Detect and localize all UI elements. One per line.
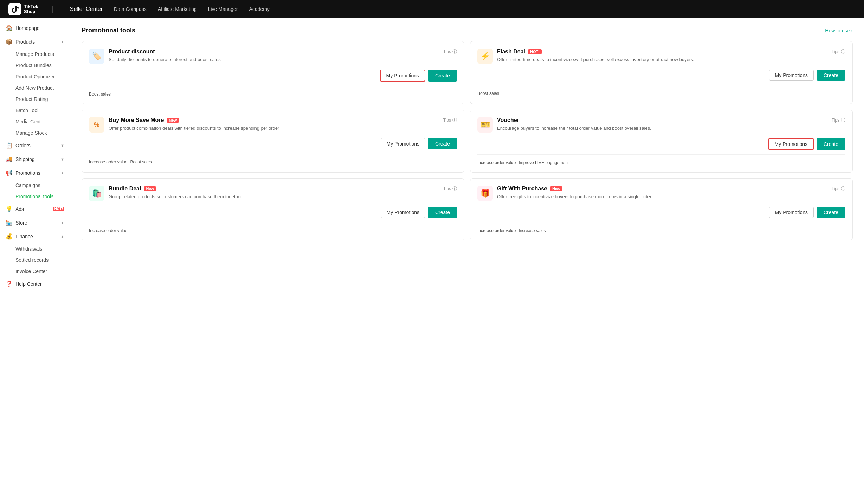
store-icon: 🏪 [6,219,13,226]
sidebar-product-optimizer[interactable]: Product Optimizer [15,71,70,82]
chevron-up-icon: ▲ [60,234,64,239]
sidebar-media-center[interactable]: Media Center [15,116,70,127]
nav-affiliate-marketing[interactable]: Affiliate Marketing [158,5,197,13]
sidebar-product-rating[interactable]: Product Rating [15,93,70,105]
logo-text: TikTok Shop [24,4,38,14]
my-promotions-button[interactable]: My Promotions [769,70,814,81]
create-button[interactable]: Create [817,207,845,218]
sidebar-item-homepage[interactable]: 🏠 Homepage [0,21,70,35]
card-header: 🛍️ Bundle Deal New Tips ⓘ [89,186,457,201]
card-tags: Boost sales [477,91,845,96]
sidebar-item-finance[interactable]: 💰 Finance ▲ [0,230,70,243]
card-bundle-deal: 🛍️ Bundle Deal New Tips ⓘ [82,178,464,240]
finance-icon: 💰 [6,233,13,240]
sidebar-batch-tool[interactable]: Batch Tool [15,105,70,116]
card-title-row: Buy More Save More New Tips ⓘ [109,117,457,123]
card-divider [477,154,845,155]
my-promotions-button[interactable]: My Promotions [380,70,425,82]
chevron-down-icon: ▼ [60,143,64,148]
card-title: Bundle Deal [109,186,141,192]
sidebar-item-store[interactable]: 🏪 Store ▼ [0,216,70,230]
my-promotions-button[interactable]: My Promotions [769,207,814,218]
content-area: Promotional tools How to use › 🏷️ Produc… [70,18,864,504]
card-description: Group related products so customers can … [109,193,457,200]
card-voucher: 🎫 Voucher Tips ⓘ Encourage buyers to in [470,110,853,173]
create-button[interactable]: Create [428,138,457,149]
card-description: Encourage buyers to increase their total… [497,125,845,132]
tips-label[interactable]: Tips ⓘ [832,186,845,192]
sidebar-label: Promotions [15,170,58,176]
create-button[interactable]: Create [428,70,457,82]
create-button[interactable]: Create [817,70,845,81]
sidebar-label: Store [15,220,58,226]
tips-label[interactable]: Tips ⓘ [443,186,457,192]
create-button[interactable]: Create [817,138,845,150]
tips-label[interactable]: Tips ⓘ [832,49,845,55]
ads-icon: 💡 [6,206,13,212]
my-promotions-button[interactable]: My Promotions [381,138,425,149]
sidebar-product-bundles[interactable]: Product Bundles [15,60,70,71]
buy-more-icon: % [89,117,104,133]
how-to-use-link[interactable]: How to use › [825,28,853,33]
card-header: % Buy More Save More New Tips ⓘ [89,117,457,133]
card-header: 🎁 Gift With Purchase New Tips ⓘ [477,186,845,201]
sidebar-withdrawals[interactable]: Withdrawals [15,243,70,254]
my-promotions-button[interactable]: My Promotions [381,207,425,218]
sidebar-manage-stock[interactable]: Manage Stock [15,127,70,138]
card-actions: My Promotions Create [477,138,845,150]
tag-increase-order: Increase order value [477,228,516,233]
card-title-row: Gift With Purchase New Tips ⓘ [497,186,845,192]
sidebar-item-shipping[interactable]: 🚚 Shipping ▼ [0,152,70,166]
card-title: Voucher [497,117,519,123]
hot-badge: HOT! [528,49,542,54]
new-badge: New [550,186,562,191]
sidebar-add-new-product[interactable]: Add New Product [15,82,70,93]
sidebar-promotional-tools[interactable]: Promotional tools [15,191,70,202]
card-divider [89,154,457,154]
chevron-down-icon: ▼ [60,157,64,161]
card-title-row: Voucher Tips ⓘ [497,117,845,123]
nav-data-compass[interactable]: Data Compass [114,5,147,13]
main-content: Promotional tools How to use › 🏷️ Produc… [70,18,864,504]
promotions-icon: 📢 [6,169,13,176]
tag-boost-sales: Boost sales [130,160,152,164]
sidebar-invoice-center[interactable]: Invoice Center [15,266,70,277]
card-divider [477,85,845,85]
tips-label[interactable]: Tips ⓘ [443,117,457,123]
logo-area[interactable]: TikTok Shop [8,3,38,15]
sidebar-campaigns[interactable]: Campaigns [15,180,70,191]
finance-submenu: Withdrawals Settled records Invoice Cent… [0,243,70,277]
tag-increase-sales: Increase sales [518,228,546,233]
sidebar-item-help[interactable]: ❓ Help Center [0,277,70,291]
chevron-up-icon: ▲ [60,171,64,175]
info-icon: ⓘ [452,117,457,123]
card-title: Flash Deal [497,49,525,55]
sidebar-label: Help Center [15,281,64,287]
card-tags: Boost sales [89,92,457,97]
sidebar-label: Orders [15,143,58,148]
info-icon: ⓘ [452,49,457,55]
sidebar-item-orders[interactable]: 📋 Orders ▼ [0,138,70,152]
my-promotions-button[interactable]: My Promotions [768,138,814,150]
hot-badge: HOT! [53,207,64,211]
tips-label[interactable]: Tips ⓘ [443,49,457,55]
sidebar-item-products[interactable]: 📦 Products ▲ [0,35,70,49]
nav-live-manager[interactable]: Live Manager [208,5,238,13]
sidebar-manage-products[interactable]: Manage Products [15,49,70,60]
nav-academy[interactable]: Academy [249,5,270,13]
promo-cards-grid: 🏷️ Product discount Tips ⓘ Set daily di [82,41,853,240]
card-title-area: Gift With Purchase New Tips ⓘ Offer free… [497,186,845,200]
card-title-row: Product discount Tips ⓘ [109,49,457,55]
help-icon: ❓ [6,280,13,287]
sidebar-item-ads[interactable]: 💡 Ads HOT! [0,202,70,216]
tag-boost-sales: Boost sales [89,92,111,97]
arrow-right-icon: › [851,28,853,33]
sidebar-settled-records[interactable]: Settled records [15,254,70,266]
card-header: 🏷️ Product discount Tips ⓘ Set daily di [89,49,457,64]
info-icon: ⓘ [841,117,845,123]
tips-label[interactable]: Tips ⓘ [832,117,845,123]
create-button[interactable]: Create [428,207,457,218]
new-badge: New [167,118,179,123]
chevron-down-icon: ▼ [60,221,64,225]
sidebar-item-promotions[interactable]: 📢 Promotions ▲ [0,166,70,180]
